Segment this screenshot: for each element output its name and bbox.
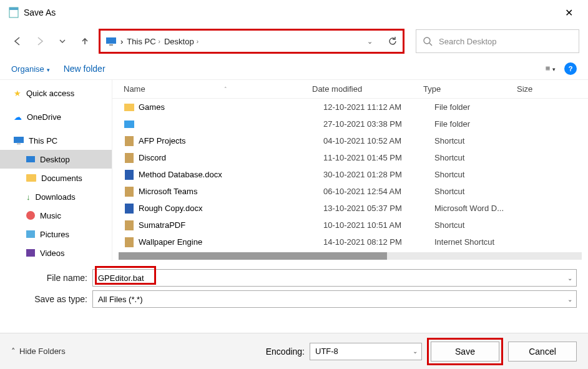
file-icon (124, 119, 135, 129)
file-name: Method Database.docx (139, 170, 323, 179)
sidebar-item-downloads[interactable]: ↓Downloads (0, 187, 112, 206)
encoding-value: UTF-8 (315, 347, 338, 356)
file-type: Internet Shortcut (434, 237, 528, 247)
sidebar-item-music[interactable]: Music (0, 206, 112, 225)
sidebar-item-onedrive[interactable]: ☁OneDrive (0, 107, 112, 126)
file-icon (124, 102, 135, 112)
horizontal-scrollbar[interactable] (119, 252, 582, 260)
close-button[interactable]: ✕ (559, 3, 579, 22)
file-date: 27-10-2021 03:38 PM (323, 119, 434, 129)
pictures-icon (26, 230, 35, 238)
savetype-value: All Files (*.*) (98, 295, 143, 304)
path-dropdown-icon[interactable]: ⌄ (367, 37, 373, 46)
svg-line-5 (429, 43, 432, 46)
help-button[interactable]: ? (564, 62, 577, 75)
file-type: File folder (434, 119, 528, 129)
savetype-select[interactable]: All Files (*.*) ⌄ (92, 290, 577, 308)
cancel-button[interactable]: Cancel (508, 342, 577, 362)
title-bar: Save As ✕ (0, 0, 588, 25)
up-button[interactable] (76, 32, 94, 50)
toolbar: Organise ▾ New folder ≡ ▾ ? (0, 57, 588, 80)
organise-button[interactable]: Organise ▾ (11, 64, 50, 74)
breadcrumb-desktop[interactable]: Desktop› (164, 37, 198, 46)
filename-label: File name: (11, 273, 92, 283)
save-button[interactable]: Save (431, 342, 499, 362)
music-icon (26, 211, 35, 220)
file-type: Shortcut (434, 153, 528, 162)
file-row[interactable]: Wallpaper Engine14-10-2021 08:12 PMInter… (112, 234, 588, 250)
sidebar: ★Quick access ☁OneDrive This PC Desktop … (0, 80, 112, 261)
file-icon (124, 237, 135, 247)
view-options-button[interactable]: ≡ ▾ (546, 64, 556, 73)
sidebar-item-pictures[interactable]: Pictures (0, 225, 112, 244)
back-button[interactable] (9, 32, 26, 50)
forward-button[interactable] (31, 32, 49, 50)
file-type: Shortcut (434, 170, 528, 179)
col-size-header[interactable]: Size (517, 84, 588, 94)
file-icon (124, 204, 135, 214)
sidebar-item-videos[interactable]: Videos (0, 244, 112, 261)
svg-rect-3 (109, 44, 113, 46)
hide-folders-button[interactable]: ˄ Hide Folders (11, 347, 66, 356)
encoding-label: Encoding: (266, 347, 305, 357)
file-row[interactable]: Discord11-10-2021 01:45 PMShortcut (112, 149, 588, 166)
file-name: Wallpaper Engine (139, 237, 323, 247)
sort-indicator-icon: ˄ (224, 86, 227, 92)
col-date-header[interactable]: Date modified (312, 84, 423, 94)
chevron-up-icon: ˄ (11, 347, 16, 356)
file-type: Shortcut (434, 187, 528, 196)
encoding-select[interactable]: UTF-8 ⌄ (310, 343, 422, 360)
file-date: 10-10-2021 10:51 AM (323, 220, 434, 230)
file-date: 12-10-2021 11:12 AM (323, 102, 434, 112)
file-date: 30-10-2021 01:28 PM (323, 170, 434, 179)
file-type: Microsoft Word D... (434, 204, 528, 213)
svg-point-4 (424, 37, 430, 44)
filename-input[interactable]: GPEditor.bat ⌄ (92, 269, 577, 287)
refresh-button[interactable] (388, 36, 398, 46)
dialog-title: Save As (24, 7, 56, 17)
star-icon: ★ (14, 89, 21, 98)
svg-rect-2 (106, 37, 116, 44)
chevron-down-icon: ▾ (47, 67, 50, 73)
search-icon (423, 36, 433, 46)
new-folder-button[interactable]: New folder (64, 64, 105, 74)
address-bar[interactable]: › This PC› Desktop› ⌄ (99, 29, 404, 54)
search-input[interactable]: Search Desktop (416, 29, 579, 53)
file-type: File folder (434, 102, 528, 112)
search-placeholder: Search Desktop (439, 37, 497, 46)
file-name: SumatraPDF (139, 220, 323, 230)
file-row[interactable]: AFP Projects04-10-2021 10:52 AMShortcut (112, 132, 588, 149)
bottom-bar: ˄ Hide Folders Encoding: UTF-8 ⌄ Save Ca… (0, 333, 588, 369)
chevron-down-icon[interactable]: ⌄ (567, 296, 572, 303)
nav-row: › This PC› Desktop› ⌄ Search Desktop (0, 25, 588, 57)
breadcrumb-this-pc[interactable]: This PC› (127, 37, 160, 46)
file-row[interactable]: Games12-10-2021 11:12 AMFile folder (112, 99, 588, 116)
recent-locations-button[interactable] (54, 32, 71, 50)
file-row[interactable]: 27-10-2021 03:38 PMFile folder (112, 116, 588, 132)
file-row[interactable]: Method Database.docx30-10-2021 01:28 PMS… (112, 166, 588, 183)
file-name: Games (139, 102, 323, 112)
col-type-header[interactable]: Type (423, 84, 517, 94)
sidebar-item-quick-access[interactable]: ★Quick access (0, 84, 112, 102)
file-row[interactable]: Rough Copy.docx13-10-2021 05:37 PMMicros… (112, 200, 588, 217)
savetype-label: Save as type: (11, 294, 92, 304)
notepad-icon (9, 7, 19, 18)
file-icon (124, 153, 135, 163)
chevron-down-icon[interactable]: ⌄ (567, 275, 572, 282)
pc-icon (14, 137, 24, 144)
column-headers: Name˄ Date modified Type Size (112, 80, 588, 99)
file-icon (124, 136, 135, 146)
chevron-down-icon[interactable]: ⌄ (413, 348, 418, 355)
sidebar-item-desktop[interactable]: Desktop (0, 150, 112, 169)
svg-rect-1 (9, 7, 18, 10)
sidebar-item-this-pc[interactable]: This PC (0, 131, 112, 150)
col-name-header[interactable]: Name˄ (112, 84, 312, 94)
file-list: Name˄ Date modified Type Size Games12-10… (112, 80, 588, 261)
file-date: 06-10-2021 12:54 AM (323, 187, 434, 196)
file-icon (124, 170, 135, 180)
desktop-icon (26, 156, 35, 162)
file-row[interactable]: SumatraPDF10-10-2021 10:51 AMShortcut (112, 217, 588, 234)
file-date: 04-10-2021 10:52 AM (323, 136, 434, 145)
sidebar-item-documents[interactable]: Documents (0, 169, 112, 187)
file-row[interactable]: Microsoft Teams06-10-2021 12:54 AMShortc… (112, 183, 588, 200)
